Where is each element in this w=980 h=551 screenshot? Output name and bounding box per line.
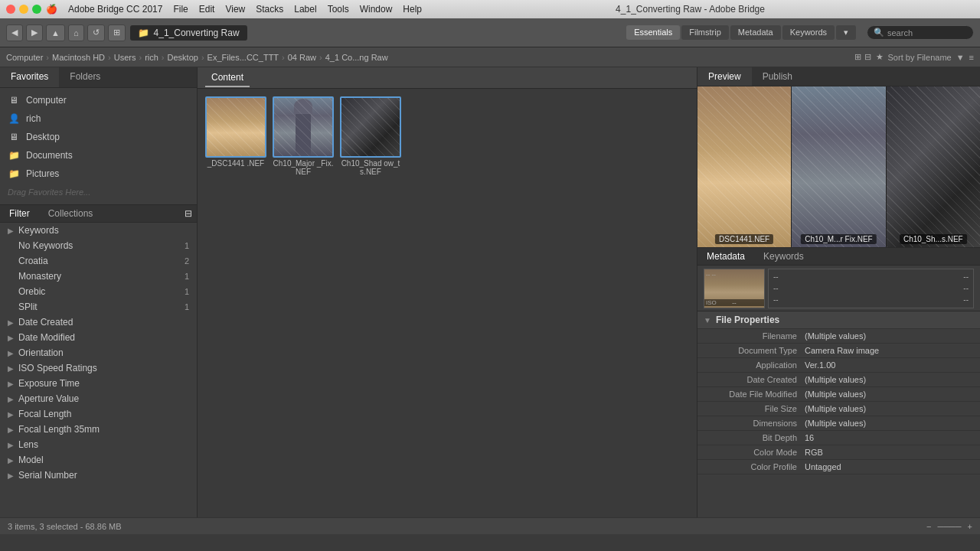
fav-item-documents[interactable]: 📁 Documents (0, 146, 197, 165)
meta-icons-strip: -- -- -- ISO ---- ---- ---- (697, 266, 980, 311)
filter-focal-35mm[interactable]: ▶ Focal Length 35mm (0, 422, 197, 437)
meta-row-bitdepth: Bit Depth 16 (697, 431, 980, 445)
filter-no-keywords[interactable]: No Keywords 1 (0, 238, 197, 253)
refresh-button[interactable]: ↺ (87, 24, 105, 41)
filter-label: Croatia (18, 256, 185, 266)
thumbnail-dsc1441[interactable]: _DSC1441 .NEF (205, 96, 266, 176)
path-sep-1: › (108, 53, 111, 62)
menu-help[interactable]: Help (403, 4, 422, 15)
fav-item-pictures[interactable]: 📁 Pictures (0, 165, 197, 183)
path-segment-5[interactable]: Ex_Files...CC_TTT (207, 53, 279, 62)
filter-split[interactable]: SPlit 1 (0, 299, 197, 315)
sort-label[interactable]: Sort by Filename (888, 53, 952, 62)
menu-app[interactable]: Adobe Bridge CC 2017 (68, 4, 162, 15)
filter-aperture[interactable]: ▶ Aperture Value (0, 391, 197, 406)
tab-content[interactable]: Content (205, 69, 250, 87)
zoom-slider[interactable]: ──── (937, 522, 961, 531)
menu-file[interactable]: File (173, 4, 188, 15)
tab-essentials[interactable]: Essentials (626, 25, 680, 40)
path-segment-3[interactable]: rich (145, 53, 158, 62)
extra-nav[interactable]: ⊞ (108, 24, 126, 41)
path-segment-7[interactable]: 4_1 Co...ng Raw (325, 53, 388, 62)
minimize-button[interactable] (19, 5, 28, 14)
path-segment-0[interactable]: Computer (6, 53, 43, 62)
filter-orebic[interactable]: Orebic 1 (0, 284, 197, 299)
tab-metadata[interactable]: Metadata (730, 25, 781, 40)
tab-collections[interactable]: Collections (39, 205, 103, 222)
up-button[interactable]: ▲ (46, 24, 65, 41)
filter-model[interactable]: ▶ Model (0, 452, 197, 468)
path-segment-2[interactable]: Users (114, 53, 136, 62)
filter-label: Model (18, 455, 189, 465)
filter-exposure[interactable]: ▶ Exposure Time (0, 376, 197, 391)
menu-tools[interactable]: Tools (328, 4, 349, 15)
filter-iso[interactable]: ▶ ISO Speed Ratings (0, 360, 197, 376)
close-button[interactable] (6, 5, 15, 14)
zoom-out-icon[interactable]: − (926, 522, 931, 531)
filter-monastery[interactable]: Monastery 1 (0, 269, 197, 284)
path-sep-6: › (319, 53, 322, 62)
fav-item-computer[interactable]: 🖥 Computer (0, 91, 197, 109)
menu-edit[interactable]: Edit (199, 4, 215, 15)
tab-folders[interactable]: Folders (59, 67, 111, 87)
meta-row-datemodified: Date File Modified (Multiple values) (697, 387, 980, 402)
filter-date-modified[interactable]: ▶ Date Modified (0, 330, 197, 345)
home-button[interactable]: ⌂ (68, 24, 84, 41)
path-segment-6[interactable]: 04 Raw (288, 53, 316, 62)
filter-label: Focal Length (18, 409, 189, 419)
user-icon: 👤 (8, 112, 20, 125)
menu-bar: 🍎 Adobe Bridge CC 2017 File Edit View St… (46, 4, 422, 15)
path-segment-4[interactable]: Desktop (168, 53, 198, 62)
filter-orientation[interactable]: ▶ Orientation (0, 345, 197, 360)
tab-publish[interactable]: Publish (752, 67, 803, 86)
filter-focal-length[interactable]: ▶ Focal Length (0, 406, 197, 422)
tab-favorites[interactable]: Favorites (0, 67, 59, 87)
menu-window[interactable]: Window (360, 4, 393, 15)
forward-button[interactable]: ▶ (26, 24, 43, 41)
arrow-icon: ▶ (8, 364, 14, 373)
meta-val-datemodified: (Multiple values) (805, 390, 972, 399)
tab-filmstrip[interactable]: Filmstrip (681, 25, 729, 40)
meta-values: ---- ---- ---- (768, 269, 974, 308)
tab-keywords[interactable]: Keywords (782, 25, 835, 40)
path-segment-1[interactable]: Macintosh HD (52, 53, 105, 62)
search-bar[interactable]: 🔍 search (867, 25, 974, 40)
tab-metadata[interactable]: Metadata (697, 248, 754, 265)
window-controls[interactable] (6, 5, 41, 14)
titlebar: 🍎 Adobe Bridge CC 2017 File Edit View St… (0, 0, 980, 18)
arrow-icon: ▶ (8, 456, 14, 465)
tab-filter[interactable]: Filter (0, 205, 39, 222)
arrow-icon: ▶ (8, 380, 14, 388)
fav-item-rich[interactable]: 👤 rich (0, 109, 197, 128)
menu-view[interactable]: View (225, 4, 245, 15)
filter-count: 2 (185, 256, 189, 266)
tab-preview[interactable]: Preview (697, 67, 752, 86)
filter-keywords-header[interactable]: ▶ Keywords (0, 223, 197, 238)
filter-serial[interactable]: ▶ Serial Number (0, 468, 197, 483)
star-icon[interactable]: ★ (876, 52, 884, 62)
computer-icon: 🖥 (8, 94, 20, 106)
file-properties-header[interactable]: ▼ File Properties (697, 311, 980, 329)
fav-item-desktop[interactable]: 🖥 Desktop (0, 128, 197, 146)
thumb-image-dsc1441 (205, 96, 266, 158)
back-button[interactable]: ◀ (6, 24, 23, 41)
thumbnail-ch10major[interactable]: Ch10_Major _Fix.NEF (273, 96, 334, 176)
menu-apple[interactable]: 🍎 (46, 4, 57, 15)
filter-options-icon[interactable]: ⊟ (185, 208, 192, 219)
filter-date-created[interactable]: ▶ Date Created (0, 315, 197, 330)
menu-stacks[interactable]: Stacks (256, 4, 283, 15)
content-grid[interactable]: _DSC1441 .NEF Ch10_Major _Fix.NEF Ch10_ (198, 89, 697, 517)
path-sep-0: › (46, 53, 49, 62)
view-toggle[interactable]: ⊞ ⊟ (854, 52, 871, 62)
tab-more[interactable]: ▾ (836, 25, 856, 40)
zoom-in-icon[interactable]: + (968, 522, 972, 531)
maximize-button[interactable] (32, 5, 41, 14)
grid-view-icon[interactable]: ≡ (969, 53, 974, 62)
meta-row-filename: Filename (Multiple values) (697, 329, 980, 344)
filter-lens[interactable]: ▶ Lens (0, 437, 197, 452)
thumbnail-ch10shadow[interactable]: Ch10_Shad ow_ts.NEF (340, 96, 401, 176)
tab-keywords[interactable]: Keywords (754, 248, 813, 265)
sort-direction-icon[interactable]: ▼ (956, 53, 965, 62)
filter-croatia[interactable]: Croatia 2 (0, 253, 197, 269)
menu-label[interactable]: Label (294, 4, 316, 15)
